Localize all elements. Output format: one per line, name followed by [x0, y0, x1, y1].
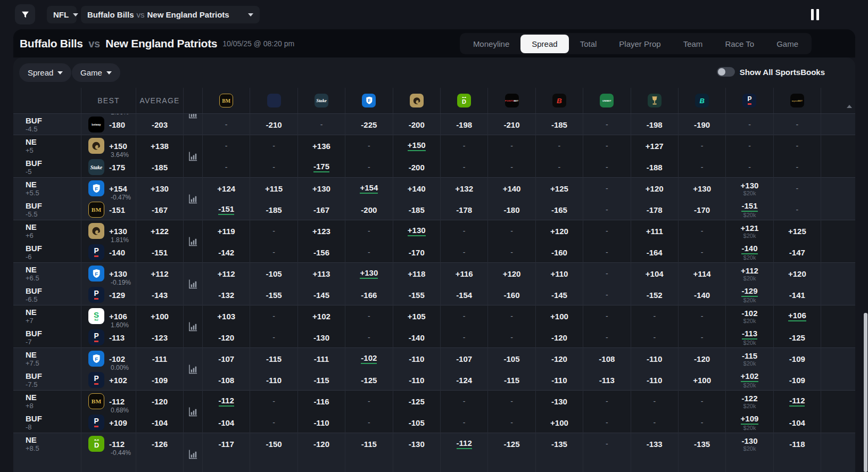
odds-cell[interactable]: -150: [266, 440, 282, 449]
lion-logo-icon[interactable]: [88, 223, 104, 239]
odds-cell[interactable]: +100: [550, 312, 568, 321]
pause-button[interactable]: [811, 9, 819, 20]
odds-cell[interactable]: -164: [647, 248, 663, 257]
odds-cell[interactable]: -141: [789, 291, 805, 300]
odds-cell[interactable]: +104: [646, 269, 664, 278]
odds-cell[interactable]: -135: [694, 440, 710, 449]
odds-cell[interactable]: -104: [789, 418, 805, 427]
odds-cell[interactable]: -200: [409, 163, 425, 172]
scope-filter-dropdown[interactable]: Game: [72, 63, 120, 82]
odds-cell[interactable]: -117: [219, 440, 234, 449]
odds-cell[interactable]: -111: [314, 354, 329, 363]
odds-cell[interactable]: -112: [789, 396, 805, 407]
odds-cell[interactable]: +111: [646, 227, 663, 236]
odds-cell[interactable]: +118: [408, 269, 425, 278]
odds-cell[interactable]: -107: [456, 354, 472, 363]
odds-cell[interactable]: -110: [409, 376, 424, 385]
odds-cell[interactable]: -133: [647, 440, 663, 449]
fanduel-logo-icon[interactable]: F: [88, 180, 104, 196]
market-filter-dropdown[interactable]: Spread: [19, 63, 71, 82]
odds-cell[interactable]: -110: [313, 418, 329, 427]
odds-cell[interactable]: -178: [456, 205, 472, 214]
book-column-header-fanduel[interactable]: F: [345, 88, 392, 113]
odds-cell[interactable]: -105: [266, 269, 282, 278]
odds-cell[interactable]: -166: [361, 291, 377, 300]
best-odds-value[interactable]: -113: [109, 333, 125, 342]
pinnacle-logo-icon[interactable]: P: [88, 415, 104, 430]
odds-cell[interactable]: -130: [741, 436, 757, 445]
odds-cell[interactable]: +120: [788, 269, 806, 278]
odds-cell[interactable]: +109: [741, 414, 759, 425]
book-column-header-chalice[interactable]: [631, 88, 678, 113]
book-column-header-unibet[interactable]: UNIBET: [583, 88, 630, 113]
odds-cell[interactable]: -109: [789, 376, 805, 385]
pinnacle-logo-icon[interactable]: P: [88, 329, 104, 345]
line-history-button[interactable]: [183, 178, 202, 220]
odds-cell[interactable]: +110: [550, 269, 568, 278]
tab-moneyline[interactable]: Moneyline: [462, 35, 520, 53]
betmgm-logo-icon[interactable]: BM: [88, 202, 104, 218]
book-column-header-draftkings[interactable]: D: [440, 88, 487, 113]
line-history-button[interactable]: [183, 263, 202, 305]
odds-cell[interactable]: +125: [788, 227, 806, 236]
odds-cell[interactable]: -105: [409, 418, 425, 427]
odds-cell[interactable]: -115: [361, 440, 377, 449]
filter-button[interactable]: [15, 4, 35, 24]
line-history-button[interactable]: [183, 348, 202, 391]
odds-cell[interactable]: +113: [312, 269, 330, 278]
odds-cell[interactable]: -130: [313, 333, 329, 342]
odds-cell[interactable]: -155: [266, 291, 282, 300]
odds-cell[interactable]: -129: [741, 286, 757, 297]
stake-logo-icon[interactable]: Stake: [88, 159, 104, 175]
odds-cell[interactable]: -135: [551, 440, 567, 449]
odds-cell[interactable]: -200: [361, 205, 377, 214]
book-column-header-betano[interactable]: B: [678, 88, 725, 113]
best-odds-value[interactable]: +102: [109, 376, 127, 385]
odds-cell[interactable]: -185: [266, 205, 282, 214]
odds-cell[interactable]: -125: [361, 376, 377, 385]
odds-cell[interactable]: +130: [360, 268, 378, 279]
odds-cell[interactable]: +115: [265, 184, 283, 193]
odds-cell[interactable]: +112: [218, 269, 235, 278]
odds-cell[interactable]: -110: [647, 354, 662, 363]
odds-cell[interactable]: -110: [647, 376, 662, 385]
odds-cell[interactable]: -115: [504, 376, 519, 385]
odds-cell[interactable]: -175: [313, 162, 329, 172]
odds-cell[interactable]: -152: [647, 291, 663, 300]
tab-total[interactable]: Total: [569, 35, 608, 53]
odds-cell[interactable]: -154: [456, 291, 472, 300]
odds-cell[interactable]: -140: [694, 291, 710, 300]
book-column-header-lion[interactable]: [393, 88, 440, 113]
odds-cell[interactable]: -112: [457, 438, 472, 449]
odds-cell[interactable]: -165: [551, 205, 567, 214]
odds-cell[interactable]: -112: [219, 396, 234, 407]
odds-cell[interactable]: -180: [504, 205, 520, 214]
odds-cell[interactable]: -151: [741, 201, 757, 212]
odds-cell[interactable]: -132: [218, 291, 234, 300]
odds-cell[interactable]: -210: [504, 120, 520, 129]
scroll-up-icon[interactable]: [847, 105, 852, 108]
odds-cell[interactable]: -110: [266, 376, 282, 385]
best-odds-value[interactable]: +130: [109, 269, 127, 278]
odds-cell[interactable]: -120: [313, 440, 329, 449]
odds-cell[interactable]: +136: [312, 142, 330, 151]
odds-cell[interactable]: -115: [313, 376, 329, 385]
line-history-button[interactable]: [183, 391, 202, 433]
odds-cell[interactable]: -125: [504, 440, 520, 449]
odds-cell[interactable]: +102: [312, 312, 330, 321]
odds-cell[interactable]: -155: [409, 291, 425, 300]
odds-cell[interactable]: -130: [551, 397, 567, 406]
fanduel-logo-icon[interactable]: F: [88, 266, 104, 281]
odds-cell[interactable]: -198: [647, 120, 663, 129]
book-column-header-pointsbet[interactable]: POINTSBET: [487, 88, 535, 113]
odds-cell[interactable]: -190: [694, 120, 710, 129]
best-odds-value[interactable]: -140: [109, 248, 125, 257]
odds-cell[interactable]: -113: [599, 376, 615, 385]
odds-cell[interactable]: -200: [409, 120, 425, 129]
odds-cell[interactable]: -115: [266, 354, 282, 363]
line-history-button[interactable]: [183, 220, 202, 263]
page-scrollbar-thumb[interactable]: [864, 313, 867, 472]
odds-cell[interactable]: +112: [741, 266, 758, 275]
odds-cell[interactable]: -110: [551, 376, 567, 385]
pinnacle-logo-icon[interactable]: P: [88, 244, 104, 260]
